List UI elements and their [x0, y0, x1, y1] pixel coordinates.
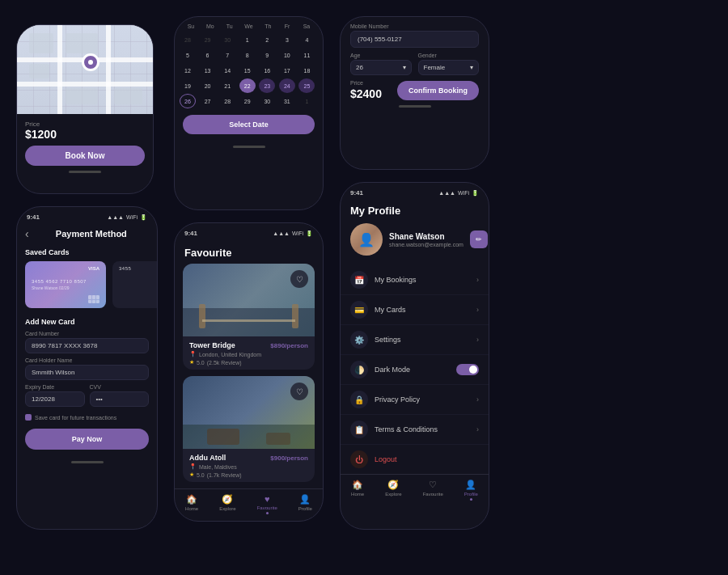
edit-profile-button[interactable]: ✏ [470, 230, 488, 248]
profile-nav-profile[interactable]: 👤 Profile [464, 480, 478, 501]
menu-cards[interactable]: 💳 My Cards › [341, 295, 489, 325]
map-area [17, 25, 153, 114]
cal-cell[interactable]: 20 [200, 78, 216, 93]
cal-cell[interactable]: 27 [200, 94, 216, 108]
fav-card-1[interactable]: ♡ Tower Bridge $890/person 📍 London, Uni… [183, 264, 315, 370]
menu-terms[interactable]: 📋 Terms & Conditions › [341, 415, 489, 445]
expiry-input[interactable]: 12/2028 [25, 391, 85, 407]
cal-cell[interactable]: 6 [200, 48, 216, 62]
confirm-button[interactable]: Confirm Booking [397, 81, 479, 100]
cal-cell[interactable]: 28 [219, 94, 235, 108]
phone-booking: Mobile Number (704) 555-0127 Age 26 ▾ Ge… [340, 16, 489, 170]
cal-cell[interactable]: 11 [298, 48, 315, 62]
cal-cell[interactable]: 13 [200, 63, 216, 78]
fav-title: Favourite [175, 240, 323, 264]
book-now-button[interactable]: Book Now [25, 146, 145, 166]
privacy-icon: 🔒 [350, 391, 368, 408]
privacy-arrow: › [476, 395, 479, 404]
nav-profile[interactable]: 👤 Profile [298, 494, 312, 514]
cal-cell[interactable]: 3 [279, 32, 295, 47]
menu-darkmode[interactable]: 🌓 Dark Mode [341, 355, 489, 385]
cvv-input[interactable]: ••• [90, 391, 150, 407]
menu-logout[interactable]: ⏻ Logout [341, 445, 489, 474]
fav-rating-1: 5.0 [197, 360, 205, 366]
fav-status: 9:41 ▲▲▲ WiFi 🔋 [175, 223, 323, 240]
back-button[interactable]: ‹ [25, 227, 29, 240]
profile-nav-explore[interactable]: 🧭 Explore [385, 480, 401, 501]
cal-cell[interactable]: 30 [259, 94, 275, 108]
mobile-input[interactable]: (704) 555-0127 [350, 31, 479, 48]
cal-cell[interactable]: 17 [279, 63, 295, 78]
cal-cell[interactable]: 10 [279, 48, 295, 62]
save-card-row[interactable]: Save card for future transactions [17, 411, 157, 425]
card-1[interactable]: VISA 3455 4562 7710 8507 Shane Watson 02… [25, 261, 106, 308]
cal-cell-active[interactable]: 22 [239, 78, 256, 93]
cal-cell[interactable]: 24 [279, 78, 295, 93]
nav-home[interactable]: 🏠 Home [185, 494, 198, 514]
cal-cell[interactable]: 29 [239, 94, 256, 108]
status-time: 9:41 [27, 214, 40, 221]
cards-row: VISA 3455 4562 7710 8507 Shane Watson 02… [17, 261, 157, 315]
gender-select[interactable]: Female ▾ [418, 60, 480, 75]
fav-heart-2[interactable]: ♡ [290, 383, 308, 400]
fav-price-2: $900/person [270, 455, 308, 462]
fav-price-1: $890/person [270, 342, 308, 349]
cal-cell[interactable]: 4 [298, 32, 315, 47]
holder-input[interactable]: Smmith Wilson [25, 365, 149, 380]
bookings-label: My Bookings [375, 276, 470, 284]
fav-info-1: Tower Bridge $890/person 📍 London, Unite… [183, 336, 315, 370]
cal-cell[interactable]: 9 [259, 48, 275, 62]
card-chip [88, 295, 99, 303]
cal-cell[interactable]: 19 [180, 78, 196, 93]
pay-now-button[interactable]: Pay Now [25, 429, 149, 450]
darkmode-toggle[interactable] [456, 364, 479, 375]
select-date-button[interactable]: Select Date [183, 115, 315, 134]
cal-cell-today[interactable]: 26 [180, 94, 196, 108]
fav-heart-1[interactable]: ♡ [290, 270, 308, 288]
age-select[interactable]: 26 ▾ [350, 60, 412, 75]
mobile-label: Mobile Number [350, 23, 479, 29]
terms-label: Terms & Conditions [375, 425, 470, 433]
gender-value: Female [424, 64, 446, 71]
menu-bookings[interactable]: 📅 My Bookings › [341, 265, 489, 295]
fav-name-1: Tower Bridge [189, 341, 235, 349]
cal-cell[interactable]: 12 [180, 63, 196, 78]
nav-explore[interactable]: 🧭 Explore [219, 494, 235, 514]
fav-reviews-2: (1.7k Review) [207, 472, 242, 478]
status-bar: 9:41 ▲▲▲ WiFi 🔋 [17, 207, 157, 224]
calendar-header: Su Mo Tu We Th Fr Sa [175, 17, 323, 32]
cal-cell[interactable]: 8 [239, 48, 256, 62]
cal-cell[interactable]: 23 [259, 78, 275, 93]
card-2[interactable]: 3455 [112, 261, 157, 308]
cal-cell[interactable]: 31 [279, 94, 295, 108]
calendar-grid: 28 29 30 1 2 3 4 5 6 7 8 9 10 11 12 13 1… [175, 32, 323, 108]
cal-cell[interactable]: 21 [219, 78, 235, 93]
cal-cell[interactable]: 2 [259, 32, 275, 47]
cal-cell[interactable]: 14 [219, 63, 235, 78]
fav-reviews-1: (2.5k Review) [207, 360, 242, 366]
fav-card-2[interactable]: ♡ Addu Atoll $900/person 📍 Male, Maldive… [183, 376, 315, 482]
cal-cell[interactable]: 5 [180, 48, 196, 62]
age-value: 26 [356, 64, 363, 71]
cal-cell[interactable]: 30 [219, 32, 235, 47]
save-card-checkbox[interactable] [25, 414, 32, 421]
card-number-2: 3455 [119, 266, 157, 271]
profile-nav-home[interactable]: 🏠 Home [351, 480, 364, 501]
cal-cell[interactable]: 28 [180, 32, 196, 47]
privacy-label: Privacy Policy [375, 395, 470, 404]
cal-cell[interactable]: 1 [239, 32, 256, 47]
cal-cell[interactable]: 29 [200, 32, 216, 47]
cal-cell[interactable]: 1 [298, 94, 315, 108]
menu-privacy[interactable]: 🔒 Privacy Policy › [341, 385, 489, 415]
profile-nav-favourite[interactable]: ♡ Favourite [423, 480, 443, 501]
cal-cell[interactable]: 7 [219, 48, 235, 62]
cal-cell[interactable]: 18 [298, 63, 315, 78]
cal-cell[interactable]: 15 [239, 63, 256, 78]
cal-cell[interactable]: 25 [298, 78, 315, 93]
menu-settings[interactable]: ⚙️ Settings › [341, 325, 489, 355]
card-number-input[interactable]: 8990 7817 XXXX 3678 [25, 338, 149, 353]
price-label: Price [25, 120, 145, 128]
nav-favourite[interactable]: ♥ Favourite [257, 494, 277, 514]
profile-time: 9:41 [350, 189, 363, 197]
cal-cell[interactable]: 16 [259, 63, 275, 78]
